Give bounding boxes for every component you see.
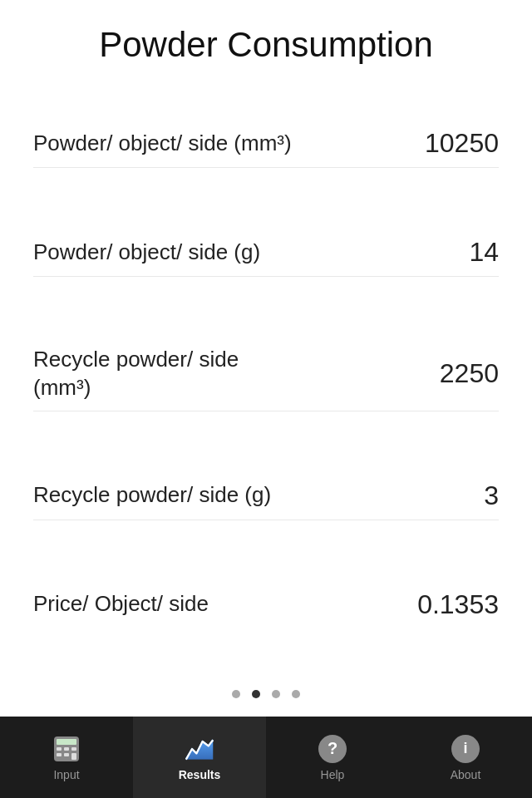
- table-row: Recycle powder/ side (mm³) 2250: [33, 337, 499, 411]
- svg-rect-5: [57, 753, 62, 756]
- row-value-4: 3: [366, 480, 499, 511]
- row-label-1: Powder/ object/ side (mm³): [33, 130, 292, 158]
- svg-rect-1: [57, 739, 76, 745]
- row-label-5: Price/ Object/ side: [33, 590, 209, 618]
- row-label-4: Recycle powder/ side (g): [33, 481, 271, 510]
- chart-icon: [185, 734, 214, 764]
- tab-help[interactable]: ? Help: [266, 717, 399, 798]
- tab-input[interactable]: Input: [0, 717, 133, 798]
- help-icon: ?: [318, 734, 347, 764]
- chart-svg: [185, 734, 214, 764]
- table-row: Powder/ object/ side (mm³) 10250: [33, 120, 499, 168]
- row-value-3: 2250: [366, 358, 499, 389]
- data-rows: Powder/ object/ side (mm³) 10250 Powder/…: [33, 81, 499, 675]
- svg-marker-9: [186, 740, 213, 759]
- svg-rect-3: [64, 747, 69, 751]
- row-value-1: 10250: [366, 128, 499, 159]
- info-circle: i: [451, 735, 480, 763]
- svg-rect-4: [71, 747, 76, 751]
- tab-bar: Input Results ? Help: [0, 717, 532, 798]
- tab-about[interactable]: i About: [399, 717, 532, 798]
- svg-rect-6: [64, 753, 69, 756]
- main-content: Powder Consumption Powder/ object/ side …: [0, 0, 532, 717]
- row-label-2: Powder/ object/ side (g): [33, 239, 260, 267]
- info-icon: i: [451, 734, 480, 764]
- tab-input-label: Input: [53, 768, 79, 781]
- row-value-5: 0.1353: [366, 589, 499, 620]
- table-row: Recycle powder/ side (g) 3: [33, 472, 499, 520]
- calculator-svg: [52, 735, 81, 763]
- svg-rect-7: [71, 753, 76, 760]
- table-row: Price/ Object/ side 0.1353: [33, 581, 499, 628]
- tab-results-label: Results: [179, 768, 221, 781]
- page-dot-1[interactable]: [232, 690, 240, 698]
- table-row: Powder/ object/ side (g) 14: [33, 229, 499, 277]
- calculator-icon: [52, 734, 81, 764]
- page-title: Powder Consumption: [33, 0, 499, 81]
- page-dot-2[interactable]: [252, 690, 260, 698]
- tab-about-label: About: [451, 768, 481, 781]
- tab-results[interactable]: Results: [133, 717, 266, 798]
- row-label-3: Recycle powder/ side (mm³): [33, 346, 299, 402]
- pagination: [33, 675, 499, 717]
- svg-rect-2: [57, 747, 62, 751]
- row-value-2: 14: [366, 237, 499, 268]
- tab-help-label: Help: [321, 768, 345, 781]
- help-circle: ?: [318, 735, 347, 763]
- page-dot-4[interactable]: [292, 690, 300, 698]
- page-dot-3[interactable]: [272, 690, 280, 698]
